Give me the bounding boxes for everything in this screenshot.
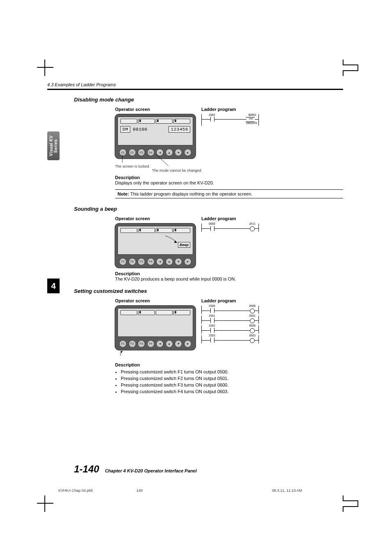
rung-out-label: 2511 [249,222,256,225]
lcd-indicator [138,119,155,124]
ladder-rung: 25010501 [201,315,259,324]
rung-in-label: 2501 [209,314,215,317]
callout-locked: The screen is locked. [115,164,150,168]
note-bold: Note: [118,191,129,196]
print-meta: KVHKA Chap 04.p65 140 08.3.11, 11:13 AM [58,488,363,493]
description-heading: Description [115,362,343,367]
rung-in-label: 0000 [209,222,215,225]
lcd-screen [118,308,193,337]
f4-button[interactable]: F4 [147,340,154,348]
ladder-program-label: Ladder program [201,107,343,112]
lcd-indicator [156,119,173,124]
ladder-rung: 25020600 [201,325,259,334]
bullet-item: Pressing customized switch F2 turns ON o… [121,375,343,382]
bullet-item: Pressing customized switch F4 turns ON o… [121,389,343,395]
rung-in-label: 2502 [209,324,215,327]
crop-mark-tl [37,60,53,76]
lcd-indicator [138,310,155,315]
lcd-indicator [173,310,190,315]
operator-screen-label: Operator screen [115,107,201,112]
rung-out-label: 0500 [249,304,256,307]
beep-arrow-icon [164,235,180,247]
rung-out-label: $0001 [249,113,256,116]
rung-out-label: 0501 [249,314,256,317]
description-heading: Description [115,271,343,276]
ladder-program-label: Ladder program [201,216,343,221]
up-button[interactable]: ▲ [166,258,173,265]
rung-in-label: 2002 [209,113,215,116]
down-button[interactable]: ▼ [175,340,182,348]
rung-dm-label: DM1676 [247,122,257,124]
operator-panel: F1 F2 F3 F4 ◄ ▲ ▼ ► [115,306,196,350]
f2-button[interactable]: F2 [129,258,136,265]
note-box: Note: This ladder program displays nothi… [115,189,343,198]
f1-button[interactable]: F1 [119,258,127,265]
right-button[interactable]: ► [184,340,191,348]
f1-button[interactable]: F1 [119,340,127,348]
operator-screen-label: Operator screen [115,216,201,221]
bullet-item: Pressing customized switch F1 turns ON o… [121,369,343,375]
rung-in-label: 2503 [209,334,215,337]
f3-button[interactable]: F3 [138,340,145,348]
ladder-diagram: 25000500250105012502060025030603 [201,306,343,343]
section-title-disable: Disabling mode change [47,97,343,103]
left-button[interactable]: ◄ [156,340,164,348]
lcd-indicator [120,119,137,124]
callout-mode: The mode cannot be changed. [152,168,218,173]
lcd-indicator [156,310,173,315]
lcd-screen: Beep [118,226,193,255]
description-text: The KV-D20 produces a beep sound while i… [115,276,343,282]
crop-mark-bl [37,495,53,512]
rung-out-label: 0603 [249,334,256,337]
bullet-item: Pressing customized switch F3 turns ON o… [121,382,343,389]
note-text: This ladder program displays nothing on … [130,191,252,196]
ladder-rung: 25030603 [201,335,259,343]
ladder-rung: 25000500 [201,306,259,314]
f2-button[interactable]: F2 [129,340,136,348]
ladder-diagram: 2002 $0001 DW DM1676 [201,114,343,126]
section-title-switches: Setting customized switches [47,288,343,294]
f4-button[interactable]: F4 [147,258,154,265]
svg-line-1 [156,154,168,166]
lcd-indicator [156,228,173,233]
description-heading: Description [115,175,343,180]
breadcrumb: 4.3 Examples of Ladder Programs [47,82,343,87]
rung-in-label: 2500 [209,304,215,307]
page-footer: 1-140 Chapter 4 KV-D20 Operator Interfac… [74,463,197,475]
crop-mark-br [343,495,363,512]
ladder-diagram: 0000 2511 [201,223,343,232]
left-button[interactable]: ◄ [156,258,164,265]
switch-arrow-icon [117,350,129,357]
lcd-dm-label: DM [120,126,130,133]
operator-panel: DM 00100 123456 F1 F2 F3 F4 ◄ ▲ ▼ ► [115,114,196,159]
operator-screen-label: Operator screen [115,298,201,303]
down-button[interactable]: ▼ [175,258,182,265]
ladder-program-label: Ladder program [201,298,343,303]
description-text: Displays only the operator screen on the… [115,180,343,186]
rung-out-label: 0600 [249,324,256,327]
description-bullets: Pressing customized switch F1 turns ON o… [115,369,343,395]
crop-mark-tr [343,60,363,76]
operator-panel: Beep F1 F2 F3 F4 ◄ ▲ ▼ ► [115,223,196,268]
print-seq: 140 [136,488,272,493]
lcd-indicator [120,228,137,233]
lcd-indicator [138,228,155,233]
section-title-beep: Sounding a beep [47,206,343,212]
print-file: KVHKA Chap 04.p65 [58,488,136,493]
f3-button[interactable]: F3 [138,258,145,265]
lcd-addr: 00100 [133,127,148,132]
lcd-value: 123456 [168,126,190,133]
page-number: 1-140 [74,463,99,475]
right-button[interactable]: ► [184,258,191,265]
header-rule [47,89,343,90]
lcd-indicator [173,228,190,233]
print-stamp: 08.3.11, 11:13 AM [272,488,302,493]
lcd-indicator [173,119,190,124]
lcd-screen: DM 00100 123456 [118,117,193,145]
chapter-footer: Chapter 4 KV-D20 Operator Interface Pane… [105,468,196,473]
button-row: F1 F2 F3 F4 ◄ ▲ ▼ ► [118,256,193,265]
lcd-indicator [120,310,137,315]
rung-dw-label: DW [249,117,253,120]
button-row: F1 F2 F3 F4 ◄ ▲ ▼ ► [118,339,193,348]
up-button[interactable]: ▲ [166,340,173,348]
